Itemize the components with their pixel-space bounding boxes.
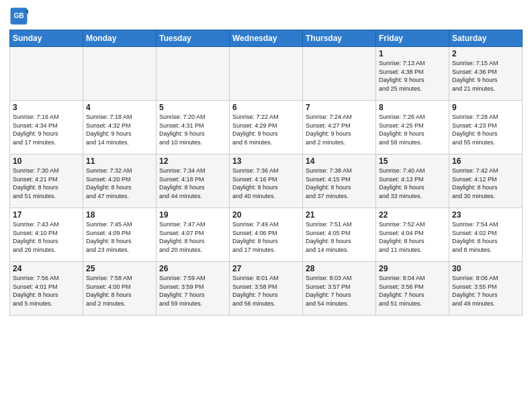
week-row-4: 17Sunrise: 7:43 AM Sunset: 4:10 PM Dayli… [10,208,523,262]
day-number: 10 [13,156,80,166]
day-info: Sunrise: 7:59 AM Sunset: 3:59 PM Dayligh… [159,274,226,308]
day-number: 23 [452,210,519,220]
day-cell: 22Sunrise: 7:52 AM Sunset: 4:04 PM Dayli… [376,208,449,262]
week-row-2: 3Sunrise: 7:16 AM Sunset: 4:34 PM Daylig… [10,101,523,154]
day-info: Sunrise: 8:01 AM Sunset: 3:58 PM Dayligh… [232,274,300,308]
day-cell: 30Sunrise: 8:06 AM Sunset: 3:55 PM Dayli… [449,262,523,316]
main-container: GB SundayMondayTuesdayWednesdayThursdayF… [0,0,532,320]
day-number: 8 [379,103,446,112]
day-info: Sunrise: 7:49 AM Sunset: 4:06 PM Dayligh… [232,220,300,254]
day-info: Sunrise: 7:38 AM Sunset: 4:15 PM Dayligh… [306,167,373,200]
day-cell: 6Sunrise: 7:22 AM Sunset: 4:29 PM Daylig… [230,101,303,154]
day-number: 19 [159,210,226,220]
day-number: 12 [159,156,226,166]
day-number: 2 [452,49,519,58]
day-info: Sunrise: 7:32 AM Sunset: 4:20 PM Dayligh… [86,167,153,200]
day-cell: 16Sunrise: 7:42 AM Sunset: 4:12 PM Dayli… [449,154,523,208]
page-header: GB [9,7,523,26]
day-cell: 27Sunrise: 8:01 AM Sunset: 3:58 PM Dayli… [230,262,303,316]
logo-icon: GB [9,7,28,26]
day-info: Sunrise: 7:34 AM Sunset: 4:18 PM Dayligh… [159,167,226,200]
day-number: 3 [13,103,80,112]
day-number: 11 [86,156,153,166]
day-cell: 7Sunrise: 7:24 AM Sunset: 4:27 PM Daylig… [303,101,376,154]
day-number: 17 [13,210,80,220]
calendar-header-row: SundayMondayTuesdayWednesdayThursdayFrid… [10,30,523,47]
day-number: 30 [452,264,519,273]
day-info: Sunrise: 7:36 AM Sunset: 4:16 PM Dayligh… [232,167,300,200]
day-info: Sunrise: 7:54 AM Sunset: 4:02 PM Dayligh… [452,220,519,254]
day-info: Sunrise: 7:56 AM Sunset: 4:01 PM Dayligh… [13,274,80,308]
day-number: 1 [379,49,446,58]
day-cell: 21Sunrise: 7:51 AM Sunset: 4:05 PM Dayli… [303,208,376,262]
day-cell: 2Sunrise: 7:15 AM Sunset: 4:36 PM Daylig… [449,47,523,101]
day-info: Sunrise: 7:18 AM Sunset: 4:32 PM Dayligh… [86,113,153,146]
day-cell: 28Sunrise: 8:03 AM Sunset: 3:57 PM Dayli… [303,262,376,316]
day-info: Sunrise: 7:52 AM Sunset: 4:04 PM Dayligh… [379,220,446,254]
day-number: 5 [159,103,226,112]
day-info: Sunrise: 7:28 AM Sunset: 4:23 PM Dayligh… [452,113,519,146]
day-info: Sunrise: 7:13 AM Sunset: 4:38 PM Dayligh… [379,59,446,93]
day-number: 14 [306,156,373,166]
day-info: Sunrise: 7:22 AM Sunset: 4:29 PM Dayligh… [232,113,300,146]
day-cell: 17Sunrise: 7:43 AM Sunset: 4:10 PM Dayli… [10,208,83,262]
week-row-5: 24Sunrise: 7:56 AM Sunset: 4:01 PM Dayli… [10,262,523,316]
week-row-3: 10Sunrise: 7:30 AM Sunset: 4:21 PM Dayli… [10,154,523,208]
day-info: Sunrise: 7:43 AM Sunset: 4:10 PM Dayligh… [13,220,80,254]
day-cell: 20Sunrise: 7:49 AM Sunset: 4:06 PM Dayli… [230,208,303,262]
day-info: Sunrise: 7:40 AM Sunset: 4:13 PM Dayligh… [379,167,446,200]
logo: GB [9,7,30,26]
day-info: Sunrise: 8:06 AM Sunset: 3:55 PM Dayligh… [452,274,519,308]
day-cell: 4Sunrise: 7:18 AM Sunset: 4:32 PM Daylig… [83,101,157,154]
day-number: 18 [86,210,153,220]
col-header-monday: Monday [83,30,157,47]
day-cell [303,47,376,101]
day-cell: 5Sunrise: 7:20 AM Sunset: 4:31 PM Daylig… [157,101,230,154]
day-cell [157,47,230,101]
day-number: 20 [232,210,300,220]
day-cell: 13Sunrise: 7:36 AM Sunset: 4:16 PM Dayli… [230,154,303,208]
day-number: 22 [379,210,446,220]
day-cell: 19Sunrise: 7:47 AM Sunset: 4:07 PM Dayli… [157,208,230,262]
day-number: 13 [232,156,300,166]
day-number: 26 [159,264,226,273]
day-cell: 11Sunrise: 7:32 AM Sunset: 4:20 PM Dayli… [83,154,157,208]
day-cell [83,47,157,101]
day-cell: 18Sunrise: 7:45 AM Sunset: 4:09 PM Dayli… [83,208,157,262]
day-cell [10,47,83,101]
day-number: 25 [86,264,153,273]
day-cell: 24Sunrise: 7:56 AM Sunset: 4:01 PM Dayli… [10,262,83,316]
day-info: Sunrise: 7:15 AM Sunset: 4:36 PM Dayligh… [452,59,519,93]
day-number: 24 [13,264,80,273]
day-info: Sunrise: 7:58 AM Sunset: 4:00 PM Dayligh… [86,274,153,308]
day-info: Sunrise: 8:03 AM Sunset: 3:57 PM Dayligh… [306,274,373,308]
col-header-tuesday: Tuesday [157,30,230,47]
day-info: Sunrise: 8:04 AM Sunset: 3:56 PM Dayligh… [379,274,446,308]
day-info: Sunrise: 7:51 AM Sunset: 4:05 PM Dayligh… [306,220,373,254]
day-cell: 8Sunrise: 7:26 AM Sunset: 4:25 PM Daylig… [376,101,449,154]
day-number: 29 [379,264,446,273]
day-cell: 9Sunrise: 7:28 AM Sunset: 4:23 PM Daylig… [449,101,523,154]
day-number: 27 [232,264,300,273]
day-cell: 25Sunrise: 7:58 AM Sunset: 4:00 PM Dayli… [83,262,157,316]
day-cell: 15Sunrise: 7:40 AM Sunset: 4:13 PM Dayli… [376,154,449,208]
col-header-wednesday: Wednesday [230,30,303,47]
day-cell: 14Sunrise: 7:38 AM Sunset: 4:15 PM Dayli… [303,154,376,208]
col-header-saturday: Saturday [449,30,523,47]
day-cell: 23Sunrise: 7:54 AM Sunset: 4:02 PM Dayli… [449,208,523,262]
day-cell: 26Sunrise: 7:59 AM Sunset: 3:59 PM Dayli… [157,262,230,316]
day-cell: 10Sunrise: 7:30 AM Sunset: 4:21 PM Dayli… [10,154,83,208]
day-info: Sunrise: 7:16 AM Sunset: 4:34 PM Dayligh… [13,113,80,146]
day-info: Sunrise: 7:24 AM Sunset: 4:27 PM Dayligh… [306,113,373,146]
day-number: 15 [379,156,446,166]
day-info: Sunrise: 7:20 AM Sunset: 4:31 PM Dayligh… [159,113,226,146]
day-info: Sunrise: 7:47 AM Sunset: 4:07 PM Dayligh… [159,220,226,254]
col-header-friday: Friday [376,30,449,47]
day-info: Sunrise: 7:42 AM Sunset: 4:12 PM Dayligh… [452,167,519,200]
day-number: 7 [306,103,373,112]
col-header-thursday: Thursday [303,30,376,47]
day-number: 21 [306,210,373,220]
svg-text:GB: GB [13,12,24,19]
col-header-sunday: Sunday [10,30,83,47]
day-cell: 3Sunrise: 7:16 AM Sunset: 4:34 PM Daylig… [10,101,83,154]
